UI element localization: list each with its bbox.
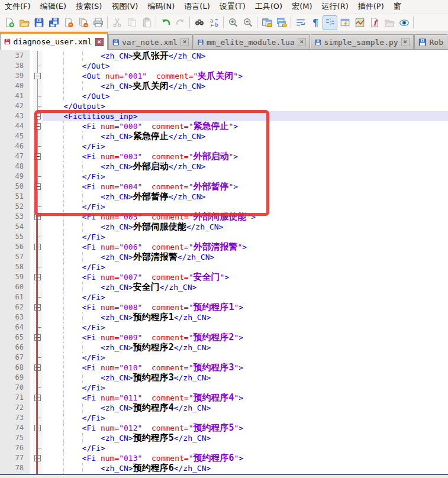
fold-collapse-toggle[interactable] (33, 272, 43, 282)
menu-item-1[interactable]: 文件(F) (0, 0, 36, 14)
replace-button[interactable]: ab (207, 15, 221, 30)
open-file-button[interactable] (17, 15, 31, 30)
fold-collapse-toggle[interactable] (33, 121, 43, 131)
function-list-button[interactable]: f (367, 15, 382, 30)
show-all-characters-button[interactable]: ¶ (308, 15, 323, 30)
code-area[interactable]: 37<zh_CN>夹爪张开</zh_CN>38</Out>39<Out num=… (0, 50, 448, 478)
folder-as-workspace-button[interactable] (382, 15, 397, 30)
code-line[interactable]: </Fi> (43, 262, 448, 272)
tab-close-button[interactable]: × (181, 38, 189, 46)
menu-item-2[interactable]: 编辑(E) (36, 0, 71, 14)
tab-simple_sample.py[interactable]: simple_sample.py× (311, 34, 414, 49)
new-file-button[interactable] (2, 15, 17, 30)
code-line[interactable]: </Fi> (43, 232, 448, 242)
code-line[interactable]: </Out> (43, 91, 448, 101)
redo-button[interactable] (173, 15, 188, 30)
fold-collapse-toggle[interactable] (33, 151, 43, 162)
fold-collapse-toggle[interactable] (33, 242, 43, 252)
fold-collapse-toggle[interactable] (33, 302, 43, 312)
copy-button[interactable] (124, 15, 139, 30)
menu-item-11[interactable]: 插件(P) (353, 0, 389, 14)
code-editor[interactable]: 37<zh_CN>夹爪张开</zh_CN>38</Out>39<Out num=… (0, 50, 448, 478)
menu-item-9[interactable]: 宏(M) (287, 0, 317, 14)
fold-collapse-toggle[interactable] (33, 111, 43, 121)
show-indent-guide-button[interactable] (323, 15, 337, 30)
tab-mm_elite_module.lua[interactable]: mm_elite_module.lua× (194, 34, 310, 49)
code-line[interactable]: <zh_CN>预约程序6</zh_CN> (43, 463, 448, 473)
code-line[interactable]: </Fi> (43, 202, 448, 212)
undo-button[interactable] (158, 15, 173, 30)
code-line[interactable]: <Fi num="013" comment="预约程序6"> (43, 453, 448, 463)
code-line[interactable]: <Fi num="012" comment="预约程序5"> (43, 423, 448, 433)
fold-collapse-toggle[interactable] (33, 453, 43, 463)
code-line[interactable]: <zh_CN>夹爪张开</zh_CN> (43, 51, 448, 61)
menu-item-8[interactable]: 工具(O) (250, 0, 287, 14)
code-line[interactable]: <zh_CN>预约程序3</zh_CN> (43, 373, 448, 383)
close-all-button[interactable] (76, 15, 91, 30)
code-line[interactable]: </Fi> (43, 443, 448, 453)
cut-button[interactable] (109, 15, 124, 30)
fold-collapse-toggle[interactable] (33, 182, 43, 192)
fold-collapse-toggle[interactable] (33, 212, 43, 222)
code-line[interactable]: </Fi> (43, 413, 448, 423)
code-line[interactable]: </Fi> (43, 383, 448, 393)
code-line[interactable]: </Fi> (43, 353, 448, 363)
code-line[interactable]: <zh_CN>紧急停止</zh_CN> (43, 131, 448, 141)
code-line[interactable]: <Fi num="006" comment="外部清报警"> (43, 242, 448, 252)
code-line[interactable]: <zh_CN>预约程序1</zh_CN> (43, 312, 448, 322)
code-line[interactable]: <Fi num="004" comment="外部暂停"> (43, 182, 448, 192)
code-line[interactable]: <zh_CN>夹爪关闭</zh_CN> (43, 81, 448, 91)
fold-collapse-toggle[interactable] (33, 423, 43, 433)
code-line[interactable]: <Fi num="009" comment="预约程序2"> (43, 332, 448, 343)
menu-item-12[interactable]: 窗 (389, 0, 406, 14)
sync-horizontal-scroll-button[interactable] (274, 15, 289, 30)
find-button[interactable] (192, 15, 207, 30)
menu-item-4[interactable]: 视图(V) (107, 0, 143, 14)
monitoring-button[interactable] (397, 15, 411, 30)
paste-button[interactable] (139, 15, 154, 30)
word-wrap-button[interactable] (293, 15, 308, 30)
user-defined-dialog-button[interactable] (337, 15, 352, 30)
tab-var_note.xml[interactable]: var_note.xml× (108, 34, 193, 49)
fold-collapse-toggle[interactable] (33, 363, 43, 373)
fold-collapse-toggle[interactable] (33, 393, 43, 403)
code-line[interactable]: <Fi num="011" comment="预约程序4"> (43, 393, 448, 403)
tab-close-button[interactable]: × (401, 38, 410, 46)
menu-item-10[interactable]: 运行(R) (317, 0, 353, 14)
menu-item-5[interactable]: 编码(N) (143, 0, 179, 14)
code-line[interactable]: <Out num="001" comment="夹爪关闭"> (43, 71, 448, 81)
print-button[interactable] (91, 15, 105, 30)
code-line[interactable]: </Output> (43, 101, 448, 111)
code-line[interactable]: <zh_CN>预约程序4</zh_CN> (43, 403, 448, 413)
code-line[interactable]: <Fi num="010" comment="预约程序3"> (43, 363, 448, 373)
save-file-button[interactable] (31, 15, 46, 30)
tab-close-button[interactable]: × (298, 38, 306, 46)
code-line[interactable]: <Fi num="003" comment="外部启动"> (43, 151, 448, 162)
code-line[interactable]: <Fi num="000" comment="紧急停止"> (43, 121, 448, 131)
save-all-button[interactable] (46, 15, 61, 30)
code-line[interactable]: </Fi> (43, 292, 448, 302)
code-line[interactable]: <Fictitious_inp> (43, 111, 448, 121)
fold-collapse-toggle[interactable] (33, 71, 43, 81)
code-line[interactable]: <zh_CN>外部启动</zh_CN> (43, 162, 448, 172)
menu-item-6[interactable]: 语言(L) (179, 0, 214, 14)
tab-diagnose_user.xml[interactable]: diagnose_user.xml× (0, 32, 108, 50)
code-line[interactable]: </Out> (43, 61, 448, 71)
fold-collapse-toggle[interactable] (33, 332, 43, 343)
code-line[interactable]: <Fi num="007" comment="安全门"> (43, 272, 448, 282)
code-line[interactable]: <zh_CN>预约程序2</zh_CN> (43, 343, 448, 353)
tab-Rob[interactable]: Rob (414, 34, 447, 49)
code-line[interactable]: </Fi> (43, 141, 448, 151)
document-map-button[interactable] (352, 15, 367, 30)
code-line[interactable]: <zh_CN>安全门</zh_CN> (43, 282, 448, 292)
zoom-in-button[interactable] (225, 15, 240, 30)
sync-vertical-scroll-button[interactable] (259, 15, 274, 30)
code-line[interactable]: <zh_CN>外部暂停</zh_CN> (43, 192, 448, 202)
menu-item-7[interactable]: 设置(T) (215, 0, 250, 14)
code-line[interactable]: <zh_CN>预约程序5</zh_CN> (43, 433, 448, 443)
code-line[interactable]: </Fi> (43, 322, 448, 332)
menu-item-3[interactable]: 搜索(S) (71, 0, 107, 14)
code-line[interactable]: <zh_CN>外部清报警</zh_CN> (43, 252, 448, 262)
code-line[interactable]: <Fi num="005" comment="外部伺服使能"> (43, 212, 448, 222)
code-line[interactable]: <zh_CN>外部伺服使能</zh_CN> (43, 222, 448, 232)
